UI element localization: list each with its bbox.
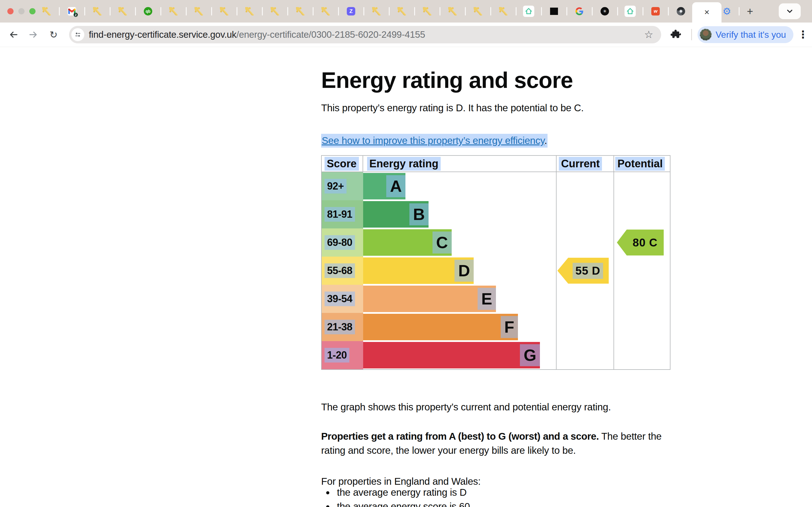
band-letter: F: [501, 316, 518, 338]
band-bar-f: F: [363, 314, 518, 340]
pinned-tab[interactable]: [237, 0, 262, 22]
default-favicon: [372, 7, 380, 15]
pinned-tab[interactable]: w: [643, 0, 668, 22]
score-range-cell: 21-38: [322, 313, 363, 341]
pinned-tab[interactable]: [389, 0, 414, 22]
quickbooks-icon: qb: [144, 7, 152, 15]
pinned-tab[interactable]: [516, 0, 541, 22]
pinned-tab[interactable]: qb: [135, 0, 161, 22]
pinned-tab[interactable]: Z: [338, 0, 364, 22]
pinned-tab[interactable]: [465, 0, 491, 22]
pinned-tab[interactable]: [313, 0, 338, 22]
score-range: 39-54: [324, 291, 355, 306]
pinned-tab[interactable]: [491, 0, 516, 22]
improve-efficiency-link[interactable]: See how to improve this property’s energ…: [322, 135, 545, 146]
settings-tab[interactable]: ⚙: [721, 0, 733, 22]
window-minimize-button[interactable]: [18, 8, 24, 14]
pinned-tab[interactable]: ✳: [592, 0, 617, 22]
score-range: 55-68: [324, 263, 355, 278]
pinned-tabs-strip: 2qbZ✳w: [34, 0, 694, 22]
profile-verify-button[interactable]: Verify that it's you: [698, 26, 794, 43]
score-range: 69-80: [324, 235, 355, 250]
column-divider: [613, 156, 614, 369]
pinned-tab[interactable]: [85, 0, 110, 22]
score-range-cell: 39-54: [322, 285, 363, 313]
gmail-icon: 2: [68, 7, 76, 15]
profile-avatar: [700, 29, 712, 41]
star-icon: ☆: [644, 29, 653, 41]
chrome-icon: [677, 7, 685, 15]
band-letter: D: [455, 260, 474, 282]
pinned-tab[interactable]: [186, 0, 211, 22]
site-info-button[interactable]: [71, 28, 84, 41]
band-bar-a: A: [363, 173, 405, 200]
default-favicon: [195, 7, 203, 15]
plus-icon: +: [747, 5, 753, 17]
url-text[interactable]: find-energy-certificate.service.gov.uk/e…: [89, 29, 425, 40]
score-range-cell: 92+: [322, 172, 363, 200]
default-favicon: [42, 7, 51, 15]
chatgpt-icon: ✳: [601, 7, 609, 15]
reload-button[interactable]: ↻: [46, 22, 61, 47]
url-domain: find-energy-certificate.service.gov.uk: [89, 29, 237, 40]
header-score: Score: [322, 156, 363, 172]
pinned-tab[interactable]: [541, 0, 567, 22]
forward-arrow-icon: [28, 30, 38, 40]
potential-rating-marker: 80 C: [617, 230, 664, 256]
list-item: the average energy score is 60: [334, 499, 470, 507]
page-content: Energy rating and score This property’s …: [0, 47, 812, 507]
pinned-tab[interactable]: [110, 0, 135, 22]
score-range: 21-38: [324, 320, 355, 334]
default-favicon: [499, 7, 507, 15]
tab-search-button[interactable]: [779, 3, 801, 19]
pinned-tab[interactable]: [161, 0, 186, 22]
epc-band-row-g: 1-20G: [322, 341, 670, 369]
close-tab-icon[interactable]: ✕: [704, 9, 710, 16]
pinned-tab[interactable]: [414, 0, 440, 22]
browser-toolbar: ↻ find-energy-certificate.service.gov.uk…: [0, 22, 812, 47]
active-tab[interactable]: ✕: [692, 2, 721, 22]
default-favicon: [448, 7, 457, 15]
window-close-button[interactable]: [7, 8, 13, 14]
averages-list: the average energy rating is D the avera…: [324, 485, 470, 507]
extensions-button[interactable]: [670, 22, 682, 47]
pinned-tab[interactable]: [440, 0, 465, 22]
default-favicon: [245, 7, 254, 15]
header-energy-rating: Energy rating: [363, 156, 555, 172]
pinned-tab[interactable]: [34, 0, 59, 22]
new-tab-button[interactable]: +: [743, 0, 757, 22]
browser-menu-button[interactable]: ⋮: [797, 22, 809, 47]
current-rating-value: 55 D: [573, 263, 603, 279]
pinned-tab[interactable]: 2: [59, 0, 85, 22]
url-path: /energy-certificate/0300-2185-6020-2499-…: [237, 29, 425, 40]
address-bar[interactable]: find-energy-certificate.service.gov.uk/e…: [69, 26, 661, 43]
band-bar-g: G: [363, 342, 540, 369]
default-favicon: [169, 7, 177, 15]
pinned-tab[interactable]: [668, 0, 694, 22]
ratings-explanation: Properties get a rating from A (best) to…: [321, 429, 673, 457]
band-bar-e: E: [363, 286, 496, 312]
pinned-tab[interactable]: [617, 0, 643, 22]
google-icon: [575, 7, 583, 15]
forward-button[interactable]: [26, 22, 41, 47]
score-range-cell: 1-20: [322, 341, 363, 369]
tune-icon: [74, 31, 82, 38]
band-bar-b: B: [363, 201, 428, 228]
back-button[interactable]: [6, 22, 21, 47]
bookmark-button[interactable]: ☆: [644, 26, 653, 43]
epc-table-header: Score Energy rating Current Potential: [322, 156, 670, 172]
pinned-tab[interactable]: [288, 0, 313, 22]
band-letter: C: [433, 231, 452, 253]
default-favicon: [296, 7, 305, 15]
pinned-tab[interactable]: [364, 0, 389, 22]
default-favicon: [220, 7, 229, 15]
pinned-tab[interactable]: [211, 0, 237, 22]
tab-separator: [739, 7, 740, 15]
pinned-tab[interactable]: [567, 0, 592, 22]
browser-tab-bar: 2qbZ✳w ✕ ⚙ +: [0, 0, 812, 22]
pinned-tab[interactable]: [262, 0, 288, 22]
score-range: 81-91: [324, 207, 355, 222]
default-favicon: [398, 7, 406, 15]
intro-text: This property’s energy rating is D. It h…: [321, 101, 583, 115]
toolbar-divider: [691, 29, 692, 40]
